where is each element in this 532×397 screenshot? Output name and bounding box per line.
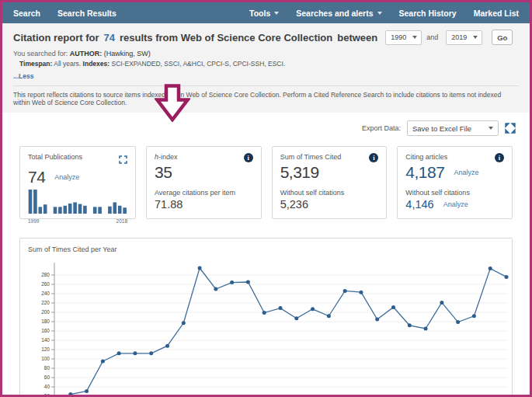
expand-arrows-icon[interactable]: [505, 123, 516, 134]
chevron-down-icon: [377, 12, 382, 15]
card-total-publications: Total Publications 74 Analyze 1999 2018: [19, 146, 136, 219]
publications-sparkline-chart: [28, 189, 127, 214]
chevron-down-icon: [412, 36, 417, 39]
less-link[interactable]: ...Less: [13, 72, 33, 80]
h-index-title: h-index: [155, 153, 178, 161]
sparkline-year-range: 1999 2018: [28, 218, 127, 224]
timespan-value: All years.: [54, 60, 81, 68]
report-header: Citation report for 74 results from Web …: [2, 23, 530, 113]
citations-line-chart: 2040608010012014016018020022024026028019…: [28, 258, 523, 397]
svg-text:180: 180: [41, 319, 50, 324]
indexes-label: Indexes:: [83, 60, 110, 68]
citation-report-page: Search Search Results Tools Searches and…: [0, 0, 532, 397]
page-title-between: between: [337, 32, 377, 44]
total-publications-value: 74: [28, 168, 45, 186]
timespan-line: Timespan: All years. Indexes: SCI-EXPAND…: [19, 60, 519, 68]
nav-searches-alerts-label: Searches and alerts: [296, 9, 373, 18]
avg-citations-value: 71.88: [155, 198, 183, 211]
svg-text:260: 260: [41, 281, 50, 287]
without-self-citations-value: 4,146: [405, 198, 433, 211]
citing-articles-value: 4,187: [405, 163, 444, 182]
nav-right-group: Tools Searches and alerts Search History…: [249, 9, 519, 18]
citations-per-year-panel: Sum of Times Cited per Year 204060801001…: [19, 238, 513, 397]
result-count: 74: [104, 32, 115, 44]
annotation-arrow-down-icon: [155, 84, 190, 125]
sum-times-cited-title: Sum of Times Cited: [280, 153, 342, 161]
sum-times-cited-value: 5,319: [280, 163, 319, 182]
without-self-citations-label: Without self citations: [405, 189, 504, 197]
nav-left-group: Search Search Results: [13, 9, 116, 18]
searched-value: (Hawking, SW): [104, 50, 151, 57]
sparkline-start-year: 1999: [28, 218, 39, 224]
chevron-down-icon: [473, 36, 478, 39]
svg-text:160: 160: [41, 328, 50, 333]
h-index-value: 35: [155, 163, 172, 182]
card-h-index: h-index 35 Average citations per item 71…: [146, 146, 262, 219]
info-icon[interactable]: [495, 153, 504, 162]
year-to-select[interactable]: 2019: [446, 30, 482, 45]
citing-articles-analyze-link[interactable]: Analyze: [454, 169, 478, 176]
svg-text:20: 20: [44, 393, 50, 397]
fullscreen-icon[interactable]: [119, 153, 127, 167]
svg-text:140: 140: [41, 337, 50, 343]
year-from-value: 1990: [391, 33, 406, 41]
nav-search-results[interactable]: Search Results: [57, 9, 116, 18]
chart-title: Sum of Times Cited per Year: [28, 246, 504, 253]
sparkline-end-year: 2018: [116, 218, 127, 224]
without-self-citations-value: 5,236: [280, 198, 308, 211]
chevron-down-icon: [489, 127, 493, 130]
page-title-middle: results from Web of Science Core Collect…: [120, 32, 332, 44]
year-from-select[interactable]: 1990: [385, 30, 422, 45]
avg-citations-label: Average citations per item: [155, 189, 253, 197]
svg-text:240: 240: [41, 291, 50, 296]
export-format-select[interactable]: Save to Excel File: [407, 120, 499, 136]
nav-tools-label: Tools: [249, 9, 270, 18]
info-icon[interactable]: [369, 153, 378, 162]
total-publications-analyze-link[interactable]: Analyze: [54, 173, 79, 181]
nav-search-history[interactable]: Search History: [399, 9, 457, 18]
metric-cards: Total Publications 74 Analyze 1999 2018: [19, 146, 513, 219]
report-title-row: Citation report for 74 results from Web …: [13, 30, 519, 45]
year-to-value: 2019: [451, 33, 467, 41]
nav-search[interactable]: Search: [13, 9, 40, 18]
svg-text:100: 100: [41, 356, 50, 361]
info-icon[interactable]: [244, 153, 253, 162]
total-publications-title: Total Publications: [28, 153, 82, 161]
without-self-citations-label: Without self citations: [280, 189, 379, 197]
indexes-value: SCI-EXPANDED, SSCI, A&HCI, CPCI-S, CPCI-…: [111, 60, 285, 68]
svg-text:80: 80: [44, 365, 50, 371]
svg-text:200: 200: [41, 309, 50, 315]
card-sum-times-cited: Sum of Times Cited 5,319 Without self ci…: [272, 146, 388, 219]
export-row: Export Data: Save to Excel File: [2, 120, 516, 136]
go-button[interactable]: Go: [492, 30, 513, 45]
nav-marked-list[interactable]: Marked List: [474, 9, 519, 18]
searched-for-label: You searched for:: [13, 50, 68, 57]
report-note: This report reflects citations to source…: [13, 85, 519, 113]
top-navigation: Search Search Results Tools Searches and…: [2, 2, 530, 23]
export-data-label: Export Data:: [362, 124, 401, 132]
and-label: and: [426, 33, 438, 41]
nav-tools-menu[interactable]: Tools: [249, 9, 279, 18]
svg-text:220: 220: [41, 300, 50, 305]
card-citing-articles: Citing articles 4,187 Analyze Without se…: [397, 146, 513, 219]
without-self-citations-analyze-link[interactable]: Analyze: [443, 200, 468, 208]
export-format-value: Save to Excel File: [412, 124, 471, 133]
svg-text:120: 120: [41, 347, 50, 352]
citing-articles-title: Citing articles: [405, 153, 447, 161]
page-title-prefix: Citation report for: [13, 32, 99, 44]
svg-text:280: 280: [41, 272, 50, 277]
h-index-title-suffix: -index: [158, 153, 178, 161]
nav-searches-alerts-menu[interactable]: Searches and alerts: [296, 9, 381, 18]
svg-text:40: 40: [44, 384, 50, 389]
chevron-down-icon: [274, 12, 279, 15]
searched-field: AUTHOR:: [70, 50, 103, 57]
svg-text:60: 60: [44, 374, 50, 380]
search-summary: You searched for: AUTHOR: (Hawking, SW): [13, 50, 519, 57]
timespan-label: Timespan:: [19, 60, 52, 68]
